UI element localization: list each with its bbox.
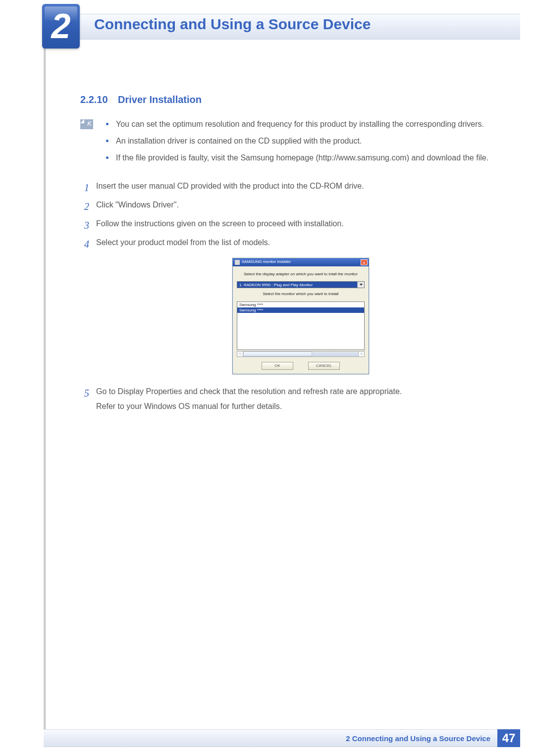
adapter-combo[interactable]: 1. RADEON 9550 : Plug and Play Monitor (237, 281, 365, 288)
scroll-track[interactable] (243, 352, 358, 356)
chevron-down-icon[interactable] (357, 282, 364, 288)
step-text: Refer to your Windows OS manual for furt… (96, 400, 505, 413)
installer-titlebar[interactable]: SAMSUNG monitor installer × (233, 258, 369, 266)
step-4: 4 Select your product model from the lis… (80, 236, 505, 382)
monitor-label: Select the monitor which you want to ins… (237, 291, 365, 298)
adapter-combo-value: 1. RADEON 9550 : Plug and Play Monitor (237, 282, 357, 288)
monitor-listbox[interactable]: Samsung **** Samsung **** (237, 302, 365, 350)
chapter-title: Connecting and Using a Source Device (94, 16, 371, 33)
chapter-number: 2 (52, 9, 71, 44)
note-list: You can set the optimum resolution and f… (102, 118, 505, 169)
adapter-label: Select the display adapter on which you … (237, 271, 365, 278)
installer-title: SAMSUNG monitor installer (242, 259, 361, 265)
section-title: Driver Installation (118, 94, 202, 105)
note-icon: K (80, 119, 93, 129)
step-2: 2 Click "Windows Driver". (80, 199, 505, 214)
step-number: 2 (80, 199, 89, 214)
scroll-left-icon[interactable]: ‹ (237, 352, 243, 356)
installer-dialog: SAMSUNG monitor installer × Select the d… (232, 258, 369, 375)
step-text: Select your product model from the list … (96, 236, 505, 249)
page-footer: 2 Connecting and Using a Source Device 4… (44, 729, 520, 747)
cancel-button[interactable]: CANCEL (308, 362, 340, 370)
step-number: 4 (80, 236, 89, 382)
section-number: 2.2.10 (80, 94, 108, 105)
horizontal-scrollbar[interactable]: ‹ › (237, 351, 365, 357)
step-text: Click "Windows Driver". (96, 199, 505, 211)
step-text: Insert the user manual CD provided with … (96, 180, 505, 193)
step-text: Follow the instructions given on the scr… (96, 217, 505, 230)
app-icon (235, 260, 240, 265)
step-number: 1 (80, 180, 89, 196)
note-item: If the file provided is faulty, visit th… (102, 152, 505, 164)
note-item: You can set the optimum resolution and f… (102, 118, 505, 130)
scroll-right-icon[interactable]: › (358, 352, 364, 356)
section-heading: 2.2.10 Driver Installation (80, 94, 505, 105)
step-5: 5 Go to Display Properties and check tha… (80, 385, 505, 414)
step-number: 3 (80, 217, 89, 233)
left-margin-rule (44, 49, 46, 732)
step-text: Go to Display Properties and check that … (96, 385, 505, 398)
step-number: 5 (80, 385, 89, 414)
step-1: 1 Insert the user manual CD provided wit… (80, 180, 505, 196)
chapter-badge: 2 (42, 4, 80, 49)
page-number: 47 (497, 729, 520, 747)
scroll-thumb[interactable] (243, 352, 312, 356)
steps-list: 1 Insert the user manual CD provided wit… (80, 180, 505, 414)
note-item: An installation driver is contained on t… (102, 135, 505, 147)
close-icon[interactable]: × (361, 259, 368, 265)
step-3: 3 Follow the instructions given on the s… (80, 217, 505, 233)
list-item[interactable]: Samsung **** (237, 302, 364, 307)
ok-button[interactable]: OK (262, 362, 293, 370)
footer-text: 2 Connecting and Using a Source Device (44, 729, 497, 747)
list-item-selected[interactable]: Samsung **** (237, 307, 364, 313)
